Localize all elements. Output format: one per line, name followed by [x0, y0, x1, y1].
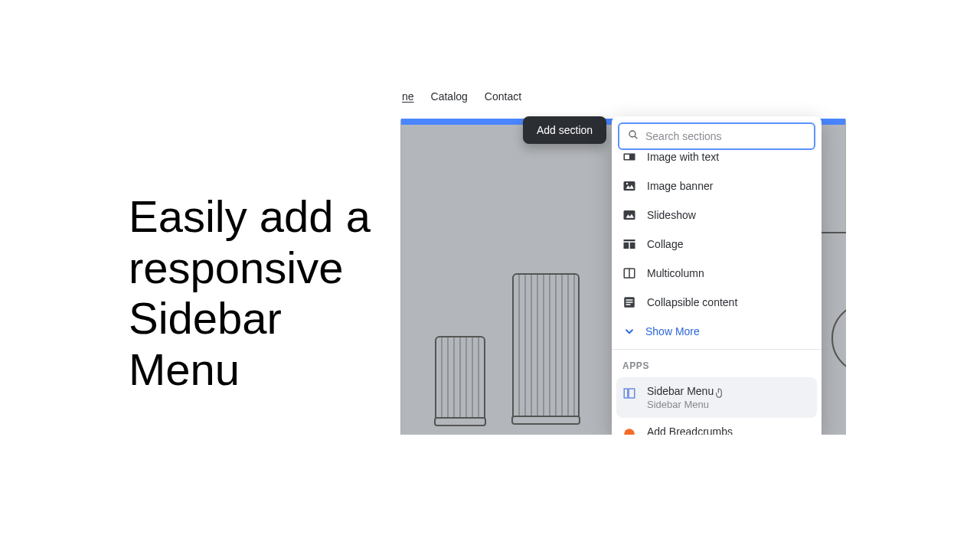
- image-banner-icon: [622, 179, 636, 193]
- svg-rect-16: [626, 302, 633, 303]
- app-text: Add Breadcrumbs: [647, 425, 733, 435]
- illustration-lens-large: [512, 273, 580, 425]
- svg-rect-15: [626, 299, 633, 301]
- search-sections-input[interactable]: [645, 130, 806, 142]
- add-section-tooltip: Add section: [523, 116, 606, 144]
- chevron-down-icon: [622, 324, 636, 338]
- section-image-with-text[interactable]: Image with text: [612, 142, 822, 171]
- illustration-lens-small: [435, 336, 485, 426]
- section-label: Image with text: [647, 151, 719, 163]
- collapsible-content-icon: [622, 295, 636, 309]
- svg-point-20: [624, 429, 635, 435]
- app-subtitle: Sidebar Menu: [647, 399, 714, 410]
- section-collage[interactable]: Collage: [612, 230, 822, 259]
- headline: Easily add a responsive Sidebar Menu: [129, 191, 389, 396]
- section-label: Slideshow: [647, 209, 696, 221]
- section-label: Image banner: [647, 180, 713, 192]
- editor-screenshot: ne Catalog Contact Add section Image wi: [400, 83, 846, 435]
- section-picker-panel: Image with text Image banner Slideshow C…: [612, 116, 822, 435]
- nav-contact[interactable]: Contact: [485, 90, 521, 103]
- sidebar-menu-app-icon: [622, 386, 636, 400]
- svg-rect-3: [625, 155, 629, 159]
- svg-rect-11: [630, 243, 635, 249]
- svg-rect-9: [624, 240, 635, 241]
- show-more-label: Show More: [645, 325, 700, 337]
- app-title: Add Breadcrumbs: [647, 425, 733, 435]
- multicolumn-icon: [622, 266, 636, 280]
- section-label: Collage: [647, 238, 683, 250]
- svg-point-6: [626, 183, 628, 184]
- section-slideshow[interactable]: Slideshow: [612, 201, 822, 230]
- section-label: Collapsible content: [647, 296, 737, 308]
- section-label: Multicolumn: [647, 267, 704, 279]
- section-collapsible-content[interactable]: Collapsible content: [612, 288, 822, 317]
- nav-catalog[interactable]: Catalog: [431, 90, 468, 103]
- image-with-text-icon: [622, 150, 636, 164]
- breadcrumbs-app-icon: [622, 427, 636, 435]
- section-multicolumn[interactable]: Multicolumn: [612, 259, 822, 288]
- app-sidebar-menu[interactable]: Sidebar Menu Sidebar Menu: [616, 377, 817, 418]
- svg-rect-10: [624, 243, 629, 249]
- svg-rect-7: [624, 210, 635, 220]
- collage-icon: [622, 237, 636, 251]
- section-image-banner[interactable]: Image banner: [612, 171, 822, 201]
- svg-rect-19: [629, 389, 635, 398]
- app-add-breadcrumbs[interactable]: Add Breadcrumbs: [612, 418, 822, 435]
- svg-rect-4: [624, 181, 635, 191]
- svg-line-1: [635, 136, 637, 139]
- svg-rect-18: [624, 389, 628, 398]
- slideshow-icon: [622, 208, 636, 222]
- search-icon: [627, 129, 639, 144]
- apps-header: APPS: [612, 350, 822, 377]
- show-more[interactable]: Show More: [612, 317, 822, 349]
- svg-rect-17: [626, 304, 631, 305]
- app-title: Sidebar Menu: [647, 385, 714, 397]
- stage: Easily add a responsive Sidebar Menu ne …: [0, 0, 980, 551]
- nav-home-partial[interactable]: ne: [402, 90, 414, 103]
- app-text: Sidebar Menu Sidebar Menu: [647, 385, 714, 410]
- store-nav: ne Catalog Contact: [400, 89, 846, 107]
- svg-point-0: [629, 131, 635, 137]
